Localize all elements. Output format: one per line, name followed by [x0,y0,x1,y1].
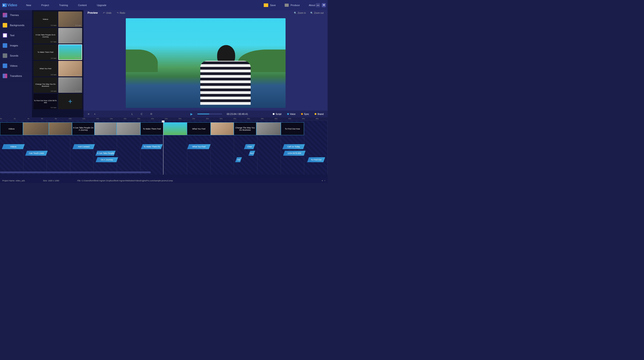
timeline-text-clip[interactable]: Vid [235,157,242,162]
add-clip-button[interactable]: + [58,94,82,109]
menu-content[interactable]: Content [78,4,87,7]
timeline-text-clip[interactable]: It Can Take People [96,151,116,156]
clip-thumb[interactable]: To Find Out How 1234-5678-9005.4 sec [34,94,58,109]
app-logo: Video [2,3,17,7]
clip-library: Videos3.3 sec5.2 secIt Can Take People O… [32,10,84,117]
sounds-icon [3,53,7,58]
script-button[interactable]: Script [273,113,282,115]
sidebar-item-text[interactable]: Text [0,30,32,41]
timeline-video-clip[interactable] [210,122,234,135]
timeline-text-clip[interactable]: On A Journey [96,157,118,162]
clip-thumb[interactable]: 5.4 sec [58,44,82,60]
timeline-video-clip[interactable] [256,122,281,135]
save-button[interactable]: Save [264,3,276,7]
clip-thumb[interactable]: To Make Them Feel3.4 sec [34,44,58,60]
play-button[interactable]: ▶ [190,112,193,116]
align-right-button[interactable]: R [150,113,152,115]
timeline-text-clip[interactable]: You I [248,151,255,156]
menu-new[interactable]: New [26,4,31,7]
ruler-tick: 8s [55,118,57,120]
timeline-text-clip[interactable]: Can Touch Lives [25,151,48,156]
clip-thumb[interactable]: 5.3 sec [58,61,82,76]
close-button[interactable]: ✕ [322,3,326,7]
timeline-ruler[interactable]: 0s2s4s6s8s10s12s14s16s18s20s22s24s26s28s… [0,117,328,120]
zoom-in-button[interactable]: 🔍 Zoom in [294,12,306,14]
titlebar: Video NewProjectTrainingContentUpgrade S… [0,0,328,10]
ruler-tick: 46s [316,118,318,120]
statusbar: Project Name: video_ad1 Size: 1920 x 108… [0,178,328,183]
menu-upgrade[interactable]: Upgrade [97,4,106,7]
ruler-tick: 44s [302,118,305,120]
close-preview-button[interactable]: ✕ [88,113,90,116]
timeline-video-clip[interactable] [49,122,72,135]
timeline-text-clip[interactable]: Call Us Today [282,144,305,149]
ruler-tick: 40s [274,118,278,120]
zoom-out-button[interactable]: 🔍 Zoom out [310,12,324,14]
clip-thumb[interactable]: 5.4 sec [58,77,82,93]
align-left-button[interactable]: L [132,113,133,115]
clip-thumb[interactable]: It Can Take People On A Journey6.7 sec [34,28,58,44]
timeline-scrollbar[interactable] [0,171,151,173]
sidebar-item-videos[interactable]: Videos [0,61,32,71]
undo-button[interactable]: ↶ Undo [103,12,112,14]
status-size: Size: 1920 x 1080 [43,179,59,182]
timeline-text-clip[interactable]: What You Feel [187,144,210,149]
preview-canvas[interactable] [126,18,286,108]
redo-button[interactable]: ↷ Redo [117,12,125,14]
status-add-button[interactable]: + [324,179,326,182]
clip-thumb[interactable]: 5.3 sec [58,28,82,44]
clip-duration: 5.4 sec [51,107,56,109]
clip-duration: 5.4 sec [75,57,81,59]
brand-button[interactable]: Brand [314,113,324,115]
timeline-video-clip[interactable] [94,122,116,135]
redo-label: Redo [120,12,125,14]
clip-duration: 3.6 sec [51,90,56,92]
clip-duration: 5.4 sec [76,90,81,92]
about-button[interactable]: About [309,4,315,7]
align-center-button[interactable]: C [141,113,143,115]
preview-viewport [84,16,328,111]
ruler-tick: 16s [110,118,113,120]
script-label: Script [276,113,282,115]
video-track: VideosIt Can Take People On A JourneyTo … [0,122,304,135]
timeline-text-clip[interactable]: To Make Them Fe [141,144,163,149]
timeline-video-clip[interactable] [23,122,49,135]
sync-button[interactable]: Sync [301,113,309,115]
sidebar-item-images[interactable]: Images [0,41,32,51]
timeline-video-clip[interactable]: To Make Them Feel [140,122,163,135]
clip-thumb[interactable]: Videos3.3 sec [34,12,58,27]
timeline-text-clip[interactable]: And Connect [72,144,95,149]
timeline-text-clip[interactable]: Videos [2,144,25,149]
ruler-tick: 2s [14,118,16,120]
timeline-video-clip[interactable]: Videos [0,122,23,135]
progress-bar[interactable] [197,114,222,114]
timeline-video-clip[interactable] [116,122,140,135]
sidebar-item-backgrounds[interactable]: Backgrounds [0,20,32,30]
timeline-video-clip[interactable]: To Find Out How [281,122,304,135]
menu-training[interactable]: Training [59,4,68,7]
minimize-button[interactable]: — [316,3,320,7]
clip-thumb[interactable]: What You Feel3.6 sec [34,61,58,76]
clip-duration: 3.3 sec [51,24,56,26]
timeline-text-clip[interactable]: 1234-5678-900 [283,151,306,156]
voice-button[interactable]: Voice [287,113,296,115]
sidebar-label: Videos [10,64,17,67]
timeline-video-clip[interactable]: What You Feel [187,122,210,135]
ruler-tick: 10s [69,118,72,120]
add-button[interactable]: + [94,113,96,115]
timeline-video-clip[interactable]: It Can Take People On A Journey [72,122,94,135]
clip-thumb[interactable]: Change The Way You Do Business3.6 sec [34,77,58,93]
sidebar-label: Text [10,34,14,37]
sidebar-item-sounds[interactable]: Sounds [0,51,32,61]
preview-area: Preview ↶ Undo ↷ Redo 🔍 Zoom in 🔍 Zoom o… [84,10,328,117]
timeline-video-clip[interactable] [163,122,187,135]
produce-button[interactable]: Produce [285,4,300,7]
timeline-video-clip[interactable]: Change The Way You Do Business [234,122,256,135]
timeline-text-clip[interactable]: To Find Out [307,157,325,162]
status-collapse-button[interactable]: ▾ [322,179,323,182]
sidebar-item-themes[interactable]: Themes [0,10,32,20]
menu-project[interactable]: Project [41,4,49,7]
sidebar-item-transitions[interactable]: Transitions [0,71,32,81]
clip-thumb[interactable]: 5.2 sec [58,12,82,27]
timeline-text-clip[interactable]: Chan [244,144,255,149]
